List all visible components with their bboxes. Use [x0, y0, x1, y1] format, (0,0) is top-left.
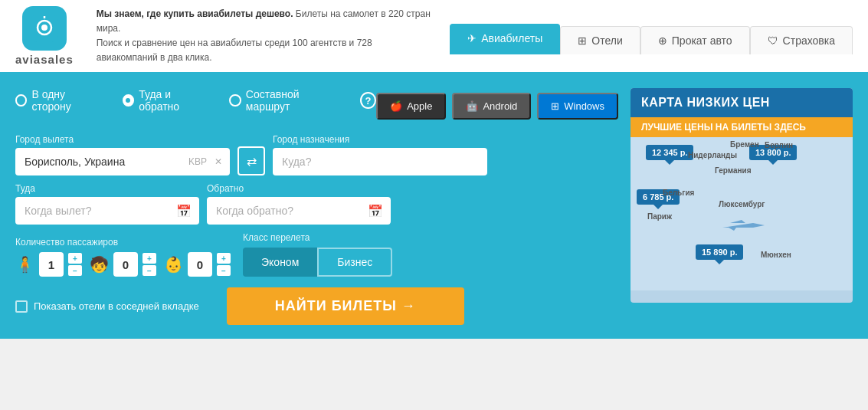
infant-control: 👶 0 + −	[164, 252, 231, 277]
radio-circle-multi	[229, 94, 241, 107]
child-increment[interactable]: +	[142, 253, 156, 264]
windows-button[interactable]: ⊞ Windows	[537, 93, 618, 120]
logo-text: aviasales	[15, 53, 74, 66]
infant-decrement[interactable]: −	[217, 265, 231, 276]
tab-flights-label: Авиабилеты	[481, 32, 542, 44]
tab-insurance-label: Страховка	[783, 34, 835, 47]
infant-count: 0	[188, 252, 212, 277]
from-field-group: Город вылета KBP ✕	[15, 134, 230, 175]
radio-circle-round-trip	[123, 94, 134, 107]
tagline2: Поиск и сравнение цен на авиабилеты сред…	[97, 38, 372, 63]
app-buttons: 🍎 Apple 🤖 Android ⊞ Windows	[376, 93, 618, 120]
airport-code: KBP	[188, 156, 207, 167]
top-row: В одну сторону Туда и обратно Составной …	[15, 88, 618, 123]
apple-button[interactable]: 🍎 Apple	[376, 93, 446, 120]
radio-circle-one-way	[15, 94, 27, 107]
radio-round-trip[interactable]: Туда и обратно	[123, 88, 211, 113]
hotel-icon: ⊞	[578, 34, 587, 47]
adult-count: 1	[39, 252, 64, 277]
child-decrement[interactable]: −	[142, 265, 156, 276]
class-label: Класс перелета	[243, 232, 392, 243]
return-input-wrapper: 📅	[207, 197, 391, 225]
map-label-germany: Германия	[715, 166, 752, 175]
plane-icon: ✈	[467, 32, 477, 44]
map-label-belgium: Бельгия	[663, 189, 694, 197]
infant-increment[interactable]: +	[217, 253, 231, 264]
child-icon: 🧒	[90, 255, 109, 274]
price-badge-1: 12 345 р.	[646, 145, 693, 160]
adult-decrement[interactable]: −	[68, 265, 82, 276]
passengers-label: Количество пассажиров	[15, 237, 231, 248]
tab-insurance[interactable]: 🛡 Страховка	[750, 26, 853, 54]
to-input[interactable]	[273, 148, 487, 175]
radio-multi[interactable]: Составной маршрут	[229, 88, 342, 113]
from-label: Город вылета	[15, 134, 230, 145]
header-tagline: Мы знаем, где купить авиабилеты дешево. …	[97, 7, 434, 72]
windows-label: Windows	[564, 100, 604, 112]
radio-round-trip-label: Туда и обратно	[139, 88, 211, 113]
return-label: Обратно	[207, 183, 391, 194]
logo-area: aviasales	[15, 6, 74, 72]
depart-input-wrapper: 📅	[15, 197, 199, 225]
price-badge-4: 15 890 р.	[696, 244, 743, 260]
map-label-paris: Париж	[647, 212, 672, 221]
tab-hotels-label: Отели	[591, 34, 622, 47]
ad-banner[interactable]: КАРТА НИЗКИХ ЦЕН ЛУЧШИЕ ЦЕНЫ НА БИЛЕТЫ З…	[631, 88, 853, 303]
passengers-section: Количество пассажиров 🧍 1 + − 🧒	[15, 237, 231, 277]
passengers-class-row: Количество пассажиров 🧍 1 + − 🧒	[15, 232, 618, 277]
tab-flights[interactable]: ✈ Авиабилеты	[450, 24, 560, 54]
ad-map: 12 345 р. 13 800 р. 6 785 р. 15 890 р. Г…	[631, 137, 853, 290]
business-button[interactable]: Бизнес	[317, 248, 392, 277]
return-input[interactable]	[207, 197, 391, 225]
svg-point-2	[41, 25, 47, 31]
to-label: Город назначения	[273, 134, 487, 145]
child-stepper: + −	[142, 253, 156, 276]
nav-tabs: ✈ Авиабилеты ⊞ Отели ⊕ Прокат авто 🛡 Стр…	[450, 24, 853, 54]
search-button[interactable]: НАЙТИ БИЛЕТЫ →	[227, 287, 464, 325]
to-field-group: Город назначения	[273, 134, 487, 175]
adult-icon: 🧍	[15, 255, 34, 274]
logo-icon	[22, 6, 67, 51]
windows-icon: ⊞	[551, 100, 559, 112]
origin-destination-row: Город вылета KBP ✕ ⇄ Город назначения	[15, 134, 618, 175]
tab-car[interactable]: ⊕ Прокат авто	[640, 26, 750, 54]
tagline-bold: Мы знаем, где купить авиабилеты дешево.	[97, 8, 293, 19]
map-label-netherlands: Нидерланды	[688, 151, 737, 159]
return-calendar-icon[interactable]: 📅	[368, 204, 383, 218]
help-icon[interactable]: ?	[360, 92, 376, 109]
radio-row: В одну сторону Туда и обратно Составной …	[15, 88, 376, 113]
android-label: Android	[483, 100, 517, 112]
bottom-row: Показать отели в соседней вкладке НАЙТИ …	[15, 287, 618, 325]
radio-multi-label: Составной маршрут	[246, 88, 342, 113]
economy-button[interactable]: Эконом	[243, 248, 317, 277]
depart-input[interactable]	[15, 197, 199, 225]
main-area: В одну сторону Туда и обратно Составной …	[0, 74, 868, 339]
infant-icon: 👶	[164, 255, 183, 274]
radio-one-way-label: В одну сторону	[31, 88, 103, 113]
ad-subtitle: ЛУЧШИЕ ЦЕНЫ НА БИЛЕТЫ ЗДЕСЬ	[631, 117, 853, 137]
child-control: 🧒 0 + −	[90, 252, 156, 277]
tab-hotels[interactable]: ⊞ Отели	[560, 26, 640, 54]
depart-label: Туда	[15, 183, 199, 194]
map-label-berlin: Берлин	[765, 141, 793, 149]
map-label-bremen: Бремен	[730, 140, 759, 149]
swap-button[interactable]: ⇄	[237, 146, 265, 175]
car-icon: ⊕	[658, 34, 667, 47]
android-button[interactable]: 🤖 Android	[452, 93, 531, 120]
show-hotels-label[interactable]: Показать отели в соседней вкладке	[15, 300, 199, 313]
shield-icon: 🛡	[768, 34, 778, 47]
apple-icon: 🍎	[390, 100, 402, 112]
clear-from-button[interactable]: ✕	[215, 156, 222, 167]
return-field-group: Обратно 📅	[207, 183, 391, 225]
adult-control: 🧍 1 + −	[15, 252, 82, 277]
map-label-munich: Мюнхен	[761, 251, 791, 259]
radio-one-way[interactable]: В одну сторону	[15, 88, 104, 113]
search-form: В одну сторону Туда и обратно Составной …	[15, 88, 618, 325]
show-hotels-checkbox[interactable]	[15, 300, 28, 313]
depart-field-group: Туда 📅	[15, 183, 199, 225]
depart-calendar-icon[interactable]: 📅	[176, 204, 192, 218]
android-icon: 🤖	[466, 100, 478, 112]
adult-increment[interactable]: +	[68, 253, 82, 264]
tab-car-label: Прокат авто	[672, 34, 732, 47]
child-count: 0	[113, 252, 138, 277]
